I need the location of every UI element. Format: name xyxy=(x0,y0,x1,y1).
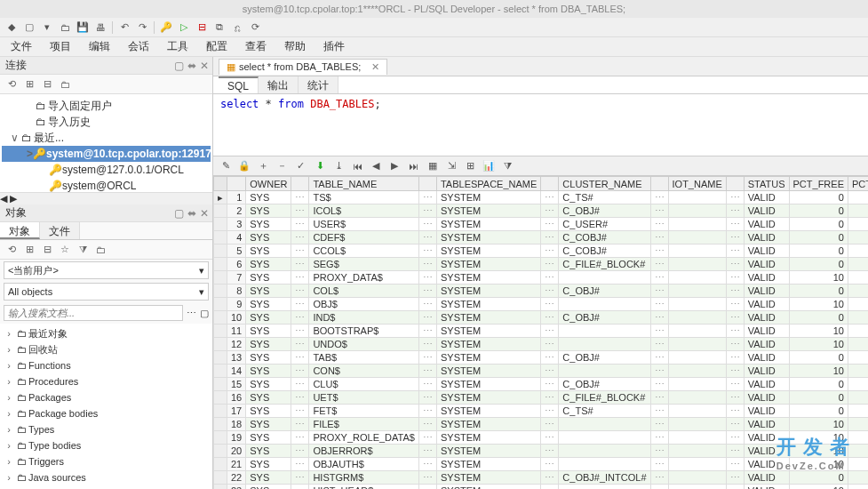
object-tree-node[interactable]: ›🗀Triggers xyxy=(2,453,211,469)
panel-close-icon[interactable]: ✕ xyxy=(200,207,209,220)
tab-stats[interactable]: 统计 xyxy=(299,76,338,93)
column-header[interactable]: TABLE_NAME xyxy=(309,177,419,191)
run-button[interactable]: ▷ xyxy=(176,20,192,36)
folder-icon[interactable]: 🗀 xyxy=(92,242,108,258)
table-row[interactable]: 14SYS⋯CON$⋯SYSTEM⋯⋯⋯VALID10401 xyxy=(214,365,869,378)
column-header[interactable]: PCT_FREE xyxy=(789,177,848,191)
column-header[interactable]: IOT_NAME xyxy=(668,177,726,191)
connections-tree[interactable]: 🗀导入固定用户🗀导入历史∨🗀最近...>🔑system@10.tcp.cpola… xyxy=(0,94,212,192)
tab-objects[interactable]: 对象 xyxy=(0,222,40,239)
folder-icon[interactable]: 🗀 xyxy=(57,76,73,92)
refresh-icon[interactable]: ⟲ xyxy=(4,76,20,92)
new-button[interactable]: ▢ xyxy=(21,20,37,36)
table-row[interactable]: 2SYS⋯ICOL$⋯SYSTEM⋯C_OBJ#⋯⋯VALID000 xyxy=(214,204,869,218)
tab-sql[interactable]: SQL xyxy=(219,76,259,93)
next-icon[interactable]: ▶ xyxy=(386,158,403,174)
open-button[interactable]: ▾ xyxy=(39,20,55,36)
redo-button[interactable]: ↷ xyxy=(134,20,150,36)
table-row[interactable]: 8SYS⋯COL$⋯SYSTEM⋯C_OBJ#⋯⋯VALID000 xyxy=(214,285,869,298)
table-row[interactable]: 18SYS⋯FILE$⋯SYSTEM⋯⋯⋯VALID10401 xyxy=(214,418,869,431)
stop-button[interactable]: ⊟ xyxy=(194,20,210,36)
table-row[interactable]: 12SYS⋯UNDO$⋯SYSTEM⋯⋯⋯VALID10401 xyxy=(214,338,869,351)
table-row[interactable]: 16SYS⋯UET$⋯SYSTEM⋯C_FILE#_BLOCK#⋯⋯VALID0… xyxy=(214,391,869,405)
add-icon[interactable]: ⊞ xyxy=(21,76,37,92)
key-button[interactable]: 🔑 xyxy=(158,20,174,36)
result-grid[interactable]: OWNERTABLE_NAMETABLESPACE_NAMECLUSTER_NA… xyxy=(213,176,868,489)
last-icon[interactable]: ⏭ xyxy=(404,158,422,174)
column-header[interactable]: OWNER xyxy=(246,177,291,191)
table-row[interactable]: 10SYS⋯IND$⋯SYSTEM⋯C_OBJ#⋯⋯VALID000 xyxy=(214,311,869,325)
sql-editor[interactable]: select * from DBA_TABLES; xyxy=(213,94,868,156)
menu-project[interactable]: 项目 xyxy=(50,39,71,54)
menu-file[interactable]: 文件 xyxy=(11,39,32,54)
object-tree-node[interactable]: ›🗀Java sources xyxy=(2,469,211,485)
table-row[interactable]: 21SYS⋯OBJAUTH$⋯SYSTEM⋯⋯⋯VALID10401 xyxy=(214,458,869,471)
object-tree-node[interactable]: ›🗀Procedures xyxy=(2,373,211,389)
commit-icon[interactable]: ✓ xyxy=(291,158,309,174)
table-row[interactable]: 20SYS⋯OBJERROR$⋯SYSTEM⋯⋯⋯VALID10401 xyxy=(214,445,869,458)
prev-icon[interactable]: ◀ xyxy=(367,158,385,174)
tab-output[interactable]: 输出 xyxy=(259,76,299,93)
tree-node[interactable]: 🗀导入历史 xyxy=(2,114,211,130)
table-row[interactable]: 19SYS⋯PROXY_ROLE_DATA$⋯SYSTEM⋯⋯⋯VALID104… xyxy=(214,431,869,445)
chart-icon[interactable]: 📊 xyxy=(480,158,498,174)
object-tree-node[interactable]: ›🗀Functions xyxy=(2,357,211,373)
objects-tree[interactable]: ›🗀最近对象›🗀回收站›🗀Functions›🗀Procedures›🗀Pack… xyxy=(0,324,212,489)
table-row[interactable]: 23SYS⋯HIST_HEAD$⋯SYSTEM⋯⋯⋯VALID10401 xyxy=(214,485,869,490)
fetch-all-icon[interactable]: ⤓ xyxy=(330,158,347,174)
print-button[interactable]: 🖶 xyxy=(92,20,108,36)
current-user-dropdown[interactable]: <当前用户>▾ xyxy=(4,261,209,279)
first-icon[interactable]: ⏮ xyxy=(348,158,366,174)
add-icon[interactable]: ⊞ xyxy=(21,242,37,258)
column-header[interactable]: STATUS xyxy=(744,177,789,191)
menu-help[interactable]: 帮助 xyxy=(284,39,306,54)
column-header[interactable]: TABLESPACE_NAME xyxy=(436,177,540,191)
search-more-icon[interactable]: ⋯ xyxy=(187,308,196,319)
menu-session[interactable]: 会话 xyxy=(128,39,149,54)
add-row-icon[interactable]: ＋ xyxy=(254,158,272,174)
object-tree-node[interactable]: ›🗀Type bodies xyxy=(2,437,211,453)
panel-close-icon[interactable]: ✕ xyxy=(200,60,209,72)
table-row[interactable]: 7SYS⋯PROXY_DATA$⋯SYSTEM⋯⋯⋯VALID10401 xyxy=(214,271,869,285)
table-row[interactable]: 3SYS⋯USER$⋯SYSTEM⋯C_USER#⋯⋯VALID000 xyxy=(214,218,869,231)
export-icon[interactable]: ⇲ xyxy=(442,158,460,174)
menu-plugins[interactable]: 插件 xyxy=(323,39,345,54)
menu-config[interactable]: 配置 xyxy=(206,39,227,54)
table-row[interactable]: 4SYS⋯CDEF$⋯SYSTEM⋯C_COBJ#⋯⋯VALID000 xyxy=(214,231,869,244)
filter-icon[interactable]: ⧩ xyxy=(75,242,91,258)
search-go-icon[interactable]: ▢ xyxy=(200,308,209,319)
tree-node[interactable]: >🔑system@10.tcp.cpolar.top:12917/ORCL xyxy=(2,146,211,162)
del-row-icon[interactable]: － xyxy=(273,158,291,174)
menu-tools[interactable]: 工具 xyxy=(167,39,188,54)
object-tree-node[interactable]: ›🗀Packages xyxy=(2,389,211,405)
menu-view[interactable]: 查看 xyxy=(245,39,267,54)
menu-edit[interactable]: 编辑 xyxy=(89,39,110,54)
panel-menu-icon[interactable]: ▢ xyxy=(174,207,184,220)
tool1-icon[interactable]: ⧉ xyxy=(211,20,227,36)
view-icon[interactable]: ▦ xyxy=(424,158,442,174)
tree-node[interactable]: 🔑system@127.0.0.1/ORCL xyxy=(2,162,211,178)
table-row[interactable]: 6SYS⋯SEG$⋯SYSTEM⋯C_FILE#_BLOCK#⋯⋯VALID00… xyxy=(214,258,869,271)
table-row[interactable]: 17SYS⋯FET$⋯SYSTEM⋯C_TS#⋯⋯VALID000 xyxy=(214,405,869,418)
panel-pin-icon[interactable]: ⬌ xyxy=(187,60,196,72)
object-tree-node[interactable]: ›🗀Java classes xyxy=(2,485,211,489)
lock-icon[interactable]: 🔒 xyxy=(235,158,253,174)
table-row[interactable]: 11SYS⋯BOOTSTRAP$⋯SYSTEM⋯⋯⋯VALID10401 xyxy=(214,325,869,338)
remove-icon[interactable]: ⊟ xyxy=(39,76,55,92)
tree-node[interactable]: 🗀导入固定用户 xyxy=(2,98,211,114)
panel-pin-icon[interactable]: ⬌ xyxy=(187,207,196,220)
grid-icon[interactable]: ⊞ xyxy=(461,158,479,174)
object-tree-node[interactable]: ›🗀Package bodies xyxy=(2,405,211,421)
object-tree-node[interactable]: ›🗀回收站 xyxy=(2,341,211,357)
remove-icon[interactable]: ⊟ xyxy=(39,242,55,258)
tool3-icon[interactable]: ⟳ xyxy=(247,20,263,36)
undo-button[interactable]: ↶ xyxy=(116,20,132,36)
table-row[interactable]: 13SYS⋯TAB$⋯SYSTEM⋯C_OBJ#⋯⋯VALID000 xyxy=(214,351,869,365)
column-header[interactable]: CLUSTER_NAME xyxy=(559,177,650,191)
search-input[interactable] xyxy=(4,305,183,321)
table-row[interactable]: 9SYS⋯OBJ$⋯SYSTEM⋯⋯⋯VALID10401 xyxy=(214,298,869,311)
tree-node[interactable]: ∨🗀最近... xyxy=(2,130,211,146)
object-tree-node[interactable]: ›🗀Types xyxy=(2,421,211,437)
tool2-icon[interactable]: ⎌ xyxy=(229,20,245,36)
close-tab-icon[interactable]: ✕ xyxy=(371,61,379,73)
